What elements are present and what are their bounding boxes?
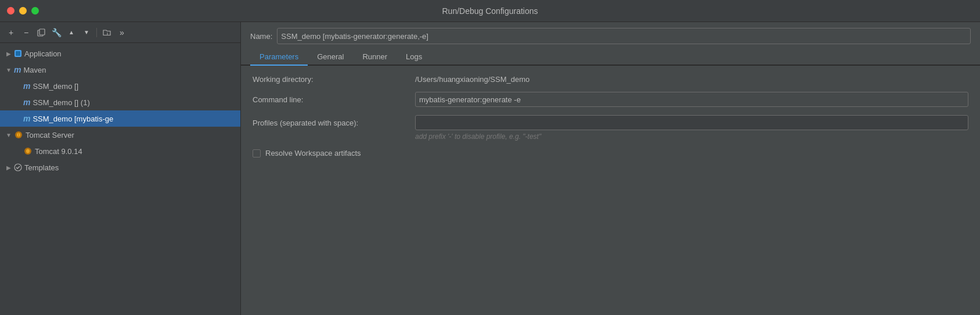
command-line-label: Command line: xyxy=(253,95,415,104)
tree-item-application[interactable]: ▶ Application xyxy=(0,45,240,62)
minimize-button[interactable] xyxy=(19,7,27,15)
main-layout: + − 🔧 ▲ ▼ » ▶ xyxy=(0,22,980,315)
working-dir-row: Working directory: /Users/huangxiaoning/… xyxy=(253,75,968,84)
ssm2-icon: m xyxy=(23,98,30,107)
tree-item-tomcat-server[interactable]: ▼ Tomcat Server xyxy=(0,127,240,143)
command-line-row: Command line: xyxy=(253,92,968,107)
left-panel: + − 🔧 ▲ ▼ » ▶ xyxy=(0,22,241,315)
templates-arrow: ▶ xyxy=(5,163,13,171)
templates-label: Templates xyxy=(24,163,59,172)
tab-general[interactable]: General xyxy=(308,49,353,66)
tomcat914-label: Tomcat 9.0.14 xyxy=(35,147,82,156)
remove-button[interactable]: − xyxy=(20,26,33,39)
tab-runner[interactable]: Runner xyxy=(353,49,397,66)
close-button[interactable] xyxy=(7,7,15,15)
resolve-checkbox[interactable] xyxy=(253,149,261,158)
tree-item-ssm2[interactable]: m SSM_demo [] (1) xyxy=(0,94,240,110)
ssm2-label: SSM_demo [] (1) xyxy=(33,98,89,107)
expand-arrow: ▼ xyxy=(5,66,13,74)
folder-button[interactable] xyxy=(100,26,113,39)
maven-label: Maven xyxy=(23,66,46,74)
tomcat-server-label: Tomcat Server xyxy=(26,131,74,139)
ssm1-label: SSM_demo [] xyxy=(33,82,78,91)
tomcat-server-icon xyxy=(14,130,23,139)
more-button[interactable]: » xyxy=(116,26,128,39)
title-bar: Run/Debug Configurations xyxy=(0,0,980,22)
copy-button[interactable] xyxy=(35,26,48,39)
profiles-hint: add prefix '-' to disable profile, e.g. … xyxy=(415,130,968,141)
working-dir-value: /Users/huangxiaoning/SSM_demo xyxy=(415,75,968,84)
ssm1-icon: m xyxy=(23,81,30,91)
config-tree: ▶ Application ▼ m Maven m SSM_demo [] xyxy=(0,43,240,315)
resolve-label: Resolve Workspace artifacts xyxy=(265,149,361,158)
window-title: Run/Debug Configurations xyxy=(442,6,538,16)
add-button[interactable]: + xyxy=(5,26,17,39)
resolve-checkbox-row: Resolve Workspace artifacts xyxy=(253,149,968,158)
tree-item-maven[interactable]: ▼ m Maven xyxy=(0,62,240,78)
tab-parameters[interactable]: Parameters xyxy=(250,49,308,66)
window-controls xyxy=(7,7,39,15)
application-label: Application xyxy=(24,49,62,58)
tabs-bar: Parameters General Runner Logs xyxy=(241,49,980,66)
working-dir-label: Working directory: xyxy=(253,75,415,84)
down-button[interactable]: ▼ xyxy=(80,26,93,39)
maximize-button[interactable] xyxy=(31,7,39,15)
tree-item-ssm1[interactable]: m SSM_demo [] xyxy=(0,78,240,94)
tomcat-arrow: ▼ xyxy=(5,131,13,139)
collapse-arrow: ▶ xyxy=(5,49,13,58)
tab-logs[interactable]: Logs xyxy=(397,49,431,66)
name-label: Name: xyxy=(250,32,272,41)
wrench-button[interactable]: 🔧 xyxy=(50,26,63,39)
name-row: Name: xyxy=(241,22,980,49)
profiles-row: Profiles (separated with space): add pre… xyxy=(253,115,968,141)
toolbar: + − 🔧 ▲ ▼ » xyxy=(0,22,240,43)
profiles-label: Profiles (separated with space): xyxy=(253,119,415,127)
tree-item-tomcat914[interactable]: Tomcat 9.0.14 xyxy=(0,143,240,159)
templates-icon xyxy=(14,163,22,171)
maven-icon: m xyxy=(14,65,21,74)
right-panel: Name: Parameters General Runner Logs Wor… xyxy=(241,22,980,315)
ssm3-label: SSM_demo [mybatis-ge xyxy=(33,114,113,123)
toolbar-separator xyxy=(96,28,97,37)
tomcat914-icon xyxy=(23,146,33,156)
svg-rect-3 xyxy=(16,51,20,56)
command-line-input[interactable] xyxy=(415,92,968,107)
tab-content: Working directory: /Users/huangxiaoning/… xyxy=(241,66,980,315)
application-icon xyxy=(14,49,22,58)
name-input[interactable] xyxy=(277,28,971,44)
tree-item-templates[interactable]: ▶ Templates xyxy=(0,159,240,176)
up-button[interactable]: ▲ xyxy=(65,26,78,39)
svg-rect-1 xyxy=(39,29,45,35)
profiles-input[interactable] xyxy=(415,115,968,130)
ssm3-icon: m xyxy=(23,114,30,123)
tree-item-ssm3[interactable]: m SSM_demo [mybatis-ge xyxy=(0,110,240,127)
